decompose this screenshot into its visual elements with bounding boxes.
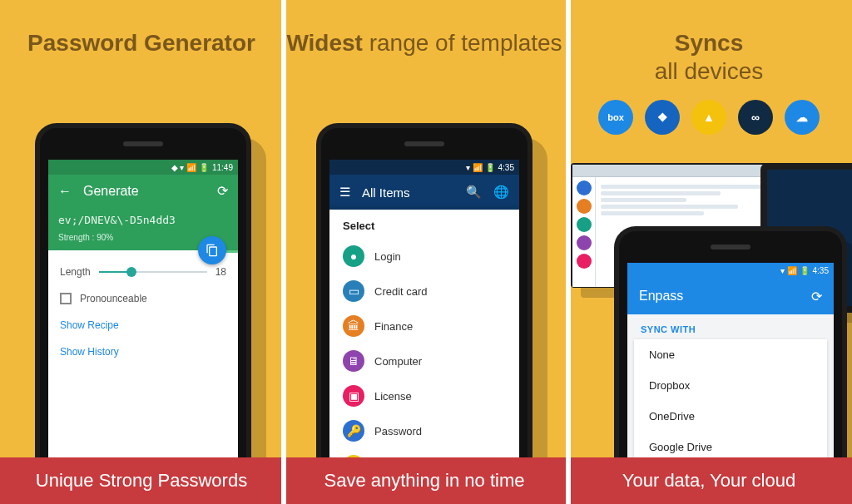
dropbox-icon: ❖	[645, 100, 680, 135]
cloud-provider-icons: box❖▲∞☁	[566, 100, 852, 135]
status-time: 4:35	[498, 163, 514, 172]
length-value: 18	[215, 266, 226, 278]
template-label: Finance	[374, 320, 413, 333]
status-icons: ◆ ▾ 📶 🔋	[171, 163, 209, 172]
checkbox-icon[interactable]	[60, 293, 72, 304]
template-icon: 🏛	[343, 315, 364, 337]
template-label: Password	[374, 425, 422, 437]
phone-speaker	[123, 141, 163, 146]
gdrive-icon: ▲	[691, 100, 726, 135]
status-bar: ▾ 📶 🔋 4:35	[329, 160, 519, 175]
header-title: Generate	[83, 184, 139, 199]
panel3-caption: Your data, Your cloud	[566, 457, 852, 504]
generated-password: ev;/DNEV&\-D5n4dd3	[58, 214, 228, 226]
template-label: License	[374, 390, 412, 403]
status-time: 4:35	[813, 266, 829, 275]
panel2-caption: Save anything in no time	[283, 457, 566, 504]
template-icon: 🖥	[343, 350, 364, 372]
sync-option[interactable]: None	[634, 339, 827, 370]
template-icon: 🔑	[343, 420, 364, 442]
template-label: Computer	[374, 355, 422, 368]
all-items-header: ☰ All Items 🔍 🌐	[329, 175, 519, 210]
owncloud-icon: ∞	[738, 100, 773, 135]
phone-screen-2: ▾ 📶 🔋 4:35 ☰ All Items 🔍 🌐 Select ●Login…	[329, 160, 519, 504]
header-title: Enpass	[639, 289, 683, 304]
copy-button[interactable]	[198, 236, 226, 264]
template-item[interactable]: ▣License	[329, 378, 519, 413]
phone-mockup-1: ◆ ▾ 📶 🔋 11:49 ← Generate ⟳ ev;/DNEV&\-D5…	[35, 123, 251, 504]
template-item[interactable]: 🔑Password	[329, 413, 519, 448]
panel1-caption: Unique Strong Passwords	[0, 457, 283, 504]
search-icon[interactable]: 🔍	[466, 185, 482, 200]
show-history-link[interactable]: Show History	[60, 346, 226, 358]
template-item[interactable]: ▭Credit card	[329, 274, 519, 309]
refresh-icon[interactable]: ⟳	[811, 289, 822, 304]
back-icon[interactable]: ←	[58, 184, 72, 199]
panel-sync: Syncs all devices box❖▲∞☁ ▾ 📶 🔋 4:35 Enp…	[566, 0, 852, 504]
panel-password-generator: Password Generator ◆ ▾ 📶 🔋 11:49 ← Gener…	[0, 0, 283, 504]
enpass-header: Enpass ⟳	[627, 278, 834, 314]
template-label: Credit card	[374, 285, 428, 298]
refresh-icon[interactable]: ⟳	[217, 183, 228, 199]
sync-section-label: SYNC WITH	[627, 314, 834, 339]
panel1-title: Password Generator	[0, 29, 283, 57]
box-icon: box	[598, 100, 633, 135]
pronounceable-row[interactable]: Pronounceable	[60, 293, 226, 304]
menu-icon[interactable]: ☰	[339, 185, 350, 200]
length-row: Length 18	[60, 266, 226, 278]
status-time: 11:49	[212, 163, 233, 172]
template-item[interactable]: 🏛Finance	[329, 309, 519, 343]
template-label: Login	[374, 250, 401, 263]
panel-templates: Widest range of templates ▾ 📶 🔋 4:35 ☰ A…	[283, 0, 566, 504]
length-label: Length	[60, 266, 91, 278]
pronounceable-label: Pronounceable	[80, 293, 147, 304]
status-bar: ◆ ▾ 📶 🔋 11:49	[48, 160, 238, 175]
status-icons: ▾ 📶 🔋	[466, 163, 495, 172]
template-icon: ●	[343, 245, 364, 267]
template-icon: ▣	[343, 385, 364, 407]
copy-icon	[206, 244, 219, 257]
panel-divider	[566, 0, 571, 504]
template-item[interactable]: 🖥Computer	[329, 343, 519, 378]
status-icons: ▾ 📶 🔋	[780, 266, 810, 275]
onedrive-icon: ☁	[785, 100, 820, 135]
sheet-title: Select	[329, 210, 519, 239]
phone-mockup-2: ▾ 📶 🔋 4:35 ☰ All Items 🔍 🌐 Select ●Login…	[316, 123, 532, 504]
length-slider[interactable]	[99, 271, 207, 273]
template-icon: ▭	[343, 280, 364, 302]
status-bar: ▾ 📶 🔋 4:35	[627, 263, 834, 278]
generator-body: Length 18 Pronounceable Show Recipe Show…	[48, 253, 238, 371]
show-recipe-link[interactable]: Show Recipe	[60, 319, 226, 331]
sync-option[interactable]: Dropbox	[634, 370, 827, 401]
globe-icon[interactable]: 🌐	[493, 185, 509, 200]
panel-divider	[281, 0, 286, 504]
template-item[interactable]: ●Login	[329, 239, 519, 274]
panel3-title: Syncs all devices	[566, 29, 852, 85]
panel2-title: Widest range of templates	[283, 29, 566, 57]
sync-option[interactable]: OneDrive	[634, 401, 827, 432]
phone-screen-1: ◆ ▾ 📶 🔋 11:49 ← Generate ⟳ ev;/DNEV&\-D5…	[48, 160, 238, 504]
phone-speaker	[404, 141, 444, 146]
header-title: All Items	[362, 185, 410, 200]
phone-speaker	[711, 245, 750, 250]
